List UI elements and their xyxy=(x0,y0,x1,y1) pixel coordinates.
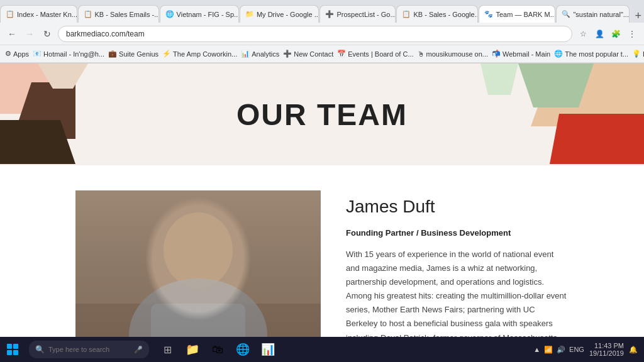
tab-1[interactable]: 📋 Index - Master Kn... ✕ xyxy=(0,5,77,23)
file-explorer-icon: 📁 xyxy=(186,343,199,356)
tab-icon-8: 🔍 xyxy=(562,10,570,19)
menu-icon[interactable]: ⋮ xyxy=(625,27,639,41)
chevron-icon[interactable]: ▲ xyxy=(533,346,540,353)
hero-banner: OUR TEAM xyxy=(0,63,644,165)
bookmark-popular[interactable]: 🌐 The most popular t... xyxy=(554,50,628,58)
clock: 11:43 PM 19/11/2019 xyxy=(589,342,624,357)
start-button[interactable] xyxy=(0,337,25,362)
tab-icon-7: 🐾 xyxy=(484,10,493,19)
tab-icon-4: 📁 xyxy=(245,10,254,19)
bookmark-tricks[interactable]: 💡 Every single trick to... xyxy=(632,50,644,58)
bookmark-events[interactable]: 📅 Events | Board of C... xyxy=(337,50,413,58)
nav-icons: ☆ 👤 🧩 ⋮ xyxy=(576,27,639,41)
events-icon: 📅 xyxy=(337,50,346,58)
bookmark-hotmail[interactable]: 📧 Hotmail - In'ng@h... xyxy=(33,50,104,58)
taskbar-app-chrome[interactable]: 🌐 xyxy=(231,337,255,362)
bookmark-webmail[interactable]: 📬 Webmail - Main xyxy=(492,50,550,58)
notification-icon[interactable]: 🔔 xyxy=(629,346,638,354)
hero-shape-tr-lt2 xyxy=(480,63,518,95)
tab-icon-3: 🌐 xyxy=(165,10,174,19)
reload-button[interactable]: ↻ xyxy=(40,27,54,41)
windows-icon xyxy=(7,344,18,355)
new-tab-button[interactable]: + xyxy=(633,9,644,23)
taskbar-app-task-view[interactable]: ⊞ xyxy=(155,337,179,362)
main-content: James Duft Founding Partner / Business D… xyxy=(0,165,644,362)
system-icons: ▲ 📶 🔊 ENG xyxy=(533,346,584,354)
time-display: 11:43 PM xyxy=(589,342,624,349)
analytics-icon: 📊 xyxy=(241,50,250,58)
svg-point-2 xyxy=(164,212,233,288)
bookmark-amp[interactable]: ⚡ The Amp Coworkin... xyxy=(162,50,237,58)
taskbar-search-input[interactable] xyxy=(48,346,130,353)
hotmail-icon: 📧 xyxy=(33,50,42,58)
taskbar-right: ▲ 📶 🔊 ENG 11:43 PM 19/11/2019 🔔 xyxy=(533,342,644,357)
person-name: James Duft xyxy=(346,197,569,217)
tab-7[interactable]: 🐾 Team — BARK M... ✕ xyxy=(479,5,555,23)
back-button[interactable]: ← xyxy=(5,27,19,41)
url-bar[interactable] xyxy=(58,26,572,42)
apps-icon: ⚙ xyxy=(5,50,11,58)
browser-chrome: 📋 Index - Master Kn... ✕ 📋 KB - Sales Em… xyxy=(0,0,644,63)
webmail-icon: 📬 xyxy=(492,50,501,58)
bookmark-analytics[interactable]: 📊 Analytics xyxy=(241,50,279,58)
tab-bar: 📋 Index - Master Kn... ✕ 📋 KB - Sales Em… xyxy=(0,0,644,23)
microphone-icon: 🎤 xyxy=(134,346,143,354)
excel-icon: 📊 xyxy=(261,343,275,356)
task-view-icon: ⊞ xyxy=(164,344,172,356)
extensions-icon[interactable]: 🧩 xyxy=(609,27,623,41)
bookmarks-bar: ⚙ Apps 📧 Hotmail - In'ng@h... 💼 Suite Ge… xyxy=(0,45,644,63)
taskbar-app-store[interactable]: 🛍 xyxy=(206,337,230,362)
bookmark-star-icon[interactable]: ☆ xyxy=(576,27,590,41)
tab-icon-1: 📋 xyxy=(6,10,14,19)
tricks-icon: 💡 xyxy=(632,50,641,58)
tab-8[interactable]: 🔍 "sustain natural"... ✕ xyxy=(556,5,629,23)
tab-icon-5: ➕ xyxy=(325,10,334,19)
tab-4[interactable]: 📁 My Drive - Google ... ✕ xyxy=(240,5,319,23)
chrome-icon: 🌐 xyxy=(236,343,250,356)
taskbar-app-excel[interactable]: 📊 xyxy=(256,337,280,362)
tab-6[interactable]: 📋 KB - Sales - Google... ✕ xyxy=(396,5,478,23)
language-label: ENG xyxy=(569,346,584,353)
bookmark-new-contact[interactable]: ➕ New Contact xyxy=(283,50,333,58)
taskbar-search[interactable]: 🔍 🎤 xyxy=(29,341,149,358)
tab-3[interactable]: 🌐 Vietnam - FIG - Sp... ✕ xyxy=(160,5,239,23)
bookmark-mousiku[interactable]: 🖱 mousikumouse on... xyxy=(418,50,488,58)
taskbar-app-file-explorer[interactable]: 📁 xyxy=(180,337,204,362)
amp-icon: ⚡ xyxy=(162,50,171,58)
taskbar: 🔍 🎤 ⊞ 📁 🛍 🌐 📊 ▲ 📶 🔊 ENG 11:43 PM 19/11 xyxy=(0,337,644,362)
hero-shape-tr-red xyxy=(550,114,644,164)
tab-icon-6: 📋 xyxy=(402,10,411,19)
taskbar-apps: ⊞ 📁 🛍 🌐 📊 xyxy=(155,337,280,362)
bookmark-suite-genius[interactable]: 💼 Suite Genius xyxy=(108,50,158,58)
page-title: OUR TEAM xyxy=(236,97,408,132)
network-icon: 📶 xyxy=(544,346,553,354)
search-icon: 🔍 xyxy=(35,345,45,354)
new-contact-icon: ➕ xyxy=(283,50,292,58)
tab-2[interactable]: 📋 KB - Sales Emails -... ✕ xyxy=(78,5,159,23)
navigation-bar: ← → ↻ ☆ 👤 🧩 ⋮ xyxy=(0,23,644,45)
popular-icon: 🌐 xyxy=(554,50,563,58)
forward-button[interactable]: → xyxy=(23,27,36,41)
person-title: Founding Partner / Business Development xyxy=(346,228,569,238)
suite-genius-icon: 💼 xyxy=(108,50,117,58)
volume-icon: 🔊 xyxy=(557,346,565,354)
tab-5[interactable]: ➕ ProspectList - Go... ✕ xyxy=(319,5,396,23)
bookmark-apps[interactable]: ⚙ Apps xyxy=(5,50,29,58)
account-icon[interactable]: 👤 xyxy=(592,27,606,41)
page-content: OUR TEAM xyxy=(0,63,644,362)
store-icon: 🛍 xyxy=(212,343,223,356)
mousiku-icon: 🖱 xyxy=(418,50,425,58)
tab-icon-2: 📋 xyxy=(84,10,92,19)
date-display: 19/11/2019 xyxy=(589,349,624,357)
